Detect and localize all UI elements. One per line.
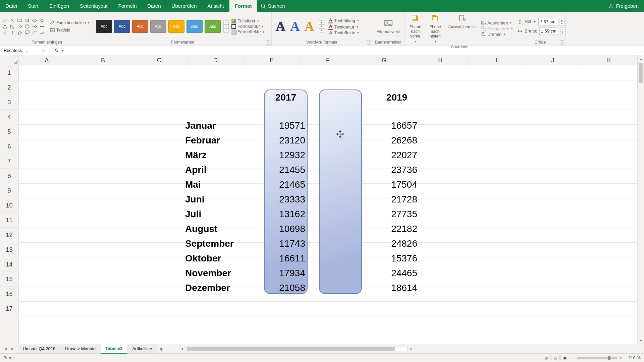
height-spinner[interactable]: ▴▾ xyxy=(559,18,565,25)
wordart-spinner[interactable]: ▴▾▾ xyxy=(319,20,324,33)
width-input[interactable] xyxy=(539,27,558,35)
shape-line2-icon[interactable] xyxy=(9,18,15,23)
sheet-nav-next[interactable]: ► xyxy=(10,346,15,351)
column-headers[interactable]: ABCDEFGHIJK xyxy=(19,55,637,65)
send-backward-button[interactable]: Ebene nach hinten▾ xyxy=(426,13,444,44)
zoom-slider[interactable] xyxy=(577,357,617,359)
dialog-launcher[interactable]: ↘ xyxy=(367,40,371,45)
tell-me-search[interactable] xyxy=(261,3,324,9)
view-page-break-icon[interactable]: ▣ xyxy=(560,355,569,361)
hscroll-thumb[interactable] xyxy=(187,347,395,351)
enter-formula-icon[interactable]: ✓ xyxy=(48,48,52,53)
style-swatch-orange[interactable]: Abc xyxy=(132,20,148,33)
shape-oval-icon[interactable] xyxy=(32,18,38,23)
style-swatch-gray[interactable]: Abc xyxy=(150,20,166,33)
formula-input[interactable] xyxy=(61,47,635,54)
shape-hex-icon[interactable] xyxy=(24,24,30,29)
row-header-13[interactable]: 13 xyxy=(0,242,18,257)
zoom-percent[interactable]: 210 % xyxy=(624,355,641,360)
row-header-6[interactable]: 6 xyxy=(0,139,18,154)
shape-rounded-rect-2[interactable] xyxy=(319,89,362,294)
shape-rect-icon[interactable] xyxy=(17,18,23,23)
expand-formula-bar-icon[interactable]: ⌄ xyxy=(638,48,644,53)
col-header-D[interactable]: D xyxy=(187,55,244,65)
sheet-tab-1[interactable]: Umsatz Monate xyxy=(60,345,101,353)
shape-diamond-icon[interactable] xyxy=(17,24,23,29)
sheet-tab-3[interactable]: Artikelliste xyxy=(127,345,157,353)
insert-function-icon[interactable]: fx xyxy=(55,48,58,53)
width-spinner[interactable]: ▴▾ xyxy=(560,27,566,35)
align-button[interactable]: Ausrichten▾ xyxy=(481,20,513,25)
scroll-up-icon[interactable]: ▴ xyxy=(638,55,644,62)
tab-format[interactable]: Format xyxy=(229,0,257,12)
edit-shape-button[interactable]: Form bearbeiten▾ xyxy=(48,19,91,26)
row-header-10[interactable]: 10 xyxy=(0,198,18,213)
shape-outline-button[interactable]: Formkontur▾ xyxy=(231,24,264,29)
row-header-1[interactable]: 1 xyxy=(0,65,18,80)
shape-rtriangle-icon[interactable] xyxy=(9,24,15,29)
col-header-A[interactable]: A xyxy=(19,55,75,65)
style-swatch-yellow[interactable]: Abc xyxy=(168,20,184,33)
vertical-scrollbar[interactable]: ▴ ▾ xyxy=(637,55,644,344)
row-header-15[interactable]: 15 xyxy=(0,272,18,287)
row-header-9[interactable]: 9 xyxy=(0,183,18,198)
wordart-gallery[interactable]: A A A ▴▾▾ xyxy=(274,20,326,33)
cancel-formula-icon[interactable]: ✕ xyxy=(41,48,45,53)
row-header-14[interactable]: 14 xyxy=(0,257,18,272)
height-input[interactable] xyxy=(538,18,557,25)
shape-gallery[interactable] xyxy=(2,18,45,35)
style-swatch-green[interactable]: Abc xyxy=(205,20,221,33)
horizontal-scrollbar[interactable]: ◂ ▸ xyxy=(179,347,644,351)
shape-effects-button[interactable]: Formeffekte▾ xyxy=(231,29,264,34)
selection-pane-button[interactable]: Auswahlbereich xyxy=(446,13,479,44)
col-header-C[interactable]: C xyxy=(131,55,187,65)
tab-ueberpruefen[interactable]: Überprüfen xyxy=(166,0,202,12)
style-swatch-navy[interactable]: Abc xyxy=(114,20,130,33)
shape-rbrace-icon[interactable] xyxy=(9,30,15,35)
col-header-B[interactable]: B xyxy=(75,55,131,65)
sheet-tab-2[interactable]: Tabelle2 xyxy=(101,344,127,354)
wordart-style-blue[interactable]: A xyxy=(290,20,300,33)
scroll-thumb[interactable] xyxy=(639,63,643,83)
col-header-J[interactable]: J xyxy=(525,55,581,65)
scroll-down-icon[interactable]: ▾ xyxy=(638,337,644,344)
tab-daten[interactable]: Daten xyxy=(142,0,166,12)
col-header-K[interactable]: K xyxy=(581,55,637,65)
shape-freeform-icon[interactable] xyxy=(39,30,45,35)
row-header-3[interactable]: 3 xyxy=(0,95,18,110)
view-page-layout-icon[interactable]: ▤ xyxy=(551,355,560,361)
row-header-7[interactable]: 7 xyxy=(0,154,18,169)
row-header-5[interactable]: 5 xyxy=(0,124,18,139)
shape-line-icon[interactable] xyxy=(2,18,8,23)
search-input[interactable] xyxy=(268,3,315,9)
cells-viewport[interactable]: 2017 2019 Januar1957116657Februar2312026… xyxy=(19,65,637,344)
sheet-nav-prev[interactable]: ◄ xyxy=(3,346,8,351)
text-fill-button[interactable]: ATextfüllung▾ xyxy=(328,17,359,23)
tab-start[interactable]: Start xyxy=(22,0,44,12)
style-swatch-black[interactable]: Abc xyxy=(96,20,112,33)
gallery-spinner[interactable]: ▴▾▾ xyxy=(223,20,229,33)
wordart-style-orange[interactable]: A xyxy=(305,20,314,33)
dialog-launcher[interactable]: ↘ xyxy=(266,40,270,45)
hscroll-left-icon[interactable]: ◂ xyxy=(179,347,185,351)
row-headers[interactable]: 1234567891011121314151617 xyxy=(0,65,19,344)
view-switcher[interactable]: ▦ ▤ ▣ xyxy=(542,355,569,361)
tab-datei[interactable]: Datei xyxy=(0,0,22,12)
name-box[interactable]: ▾ xyxy=(2,47,37,54)
tab-seitenlayout[interactable]: Seitenlayout xyxy=(74,0,113,12)
shape-darrow-icon[interactable] xyxy=(39,24,45,29)
shape-lbrace-icon[interactable] xyxy=(2,30,8,35)
shape-star-icon[interactable] xyxy=(17,30,23,35)
shape-style-gallery[interactable]: Abc Abc Abc Abc Abc Abc Abc ▴▾▾ xyxy=(96,20,229,33)
row-header-2[interactable]: 2 xyxy=(0,80,18,95)
tab-formeln[interactable]: Formeln xyxy=(113,0,142,12)
shape-fill-button[interactable]: Fülleffekt▾ xyxy=(231,18,264,23)
rotate-button[interactable]: Drehen▾ xyxy=(481,32,513,37)
hscroll-right-icon[interactable]: ▸ xyxy=(409,347,414,351)
tab-einfuegen[interactable]: Einfügen xyxy=(44,0,74,12)
dialog-launcher[interactable]: ↘ xyxy=(560,40,564,45)
row-header-4[interactable]: 4 xyxy=(0,110,18,124)
row-header-17[interactable]: 17 xyxy=(0,301,18,316)
share-button[interactable]: Freigeben xyxy=(608,3,639,9)
zoom-out-button[interactable]: − xyxy=(573,355,575,360)
